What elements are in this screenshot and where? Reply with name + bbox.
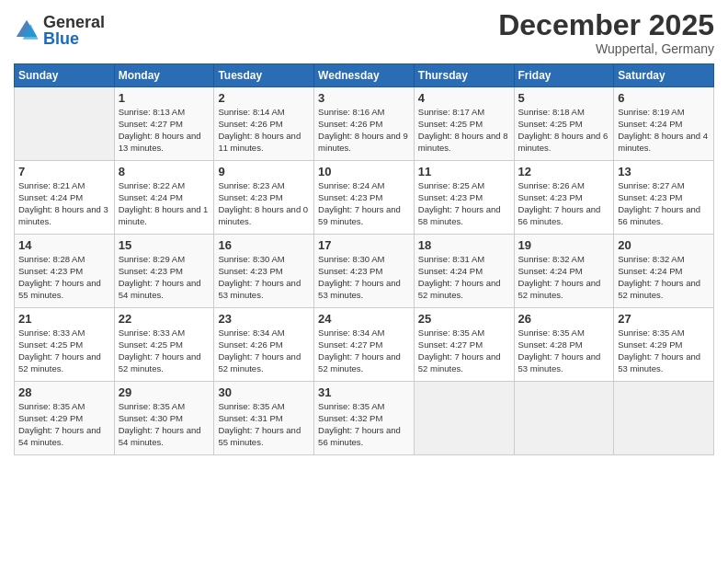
day-detail: Sunrise: 8:30 AMSunset: 4:23 PMDaylight:…	[318, 254, 410, 301]
calendar-cell: 31Sunrise: 8:35 AMSunset: 4:32 PMDayligh…	[314, 382, 415, 455]
calendar-cell: 30Sunrise: 8:35 AMSunset: 4:31 PMDayligh…	[214, 382, 314, 455]
calendar-cell: 26Sunrise: 8:35 AMSunset: 4:28 PMDayligh…	[514, 308, 614, 382]
day-number: 19	[518, 238, 610, 252]
day-detail: Sunrise: 8:32 AMSunset: 4:24 PMDaylight:…	[518, 254, 610, 301]
weekday-header: Monday	[114, 64, 214, 87]
calendar-cell	[614, 382, 714, 455]
day-number: 26	[518, 312, 610, 326]
calendar-cell: 4Sunrise: 8:17 AMSunset: 4:25 PMDaylight…	[414, 87, 514, 161]
day-detail: Sunrise: 8:28 AMSunset: 4:23 PMDaylight:…	[18, 254, 110, 301]
day-detail: Sunrise: 8:19 AMSunset: 4:24 PMDaylight:…	[618, 107, 710, 154]
logo-general: General	[43, 14, 105, 30]
day-number: 5	[518, 91, 610, 105]
day-detail: Sunrise: 8:35 AMSunset: 4:29 PMDaylight:…	[18, 401, 110, 448]
day-detail: Sunrise: 8:35 AMSunset: 4:32 PMDaylight:…	[318, 401, 410, 448]
calendar-cell: 3Sunrise: 8:16 AMSunset: 4:26 PMDaylight…	[314, 87, 415, 161]
day-number: 10	[318, 165, 410, 178]
day-number: 30	[218, 385, 310, 399]
day-number: 12	[518, 165, 610, 178]
calendar-cell: 8Sunrise: 8:22 AMSunset: 4:24 PMDaylight…	[114, 161, 214, 235]
calendar-cell: 11Sunrise: 8:25 AMSunset: 4:23 PMDayligh…	[414, 161, 514, 235]
calendar-cell: 27Sunrise: 8:35 AMSunset: 4:29 PMDayligh…	[614, 308, 714, 382]
day-number: 2	[218, 91, 310, 105]
day-number: 15	[119, 238, 210, 252]
calendar-cell: 15Sunrise: 8:29 AMSunset: 4:23 PMDayligh…	[114, 235, 214, 308]
calendar-cell	[414, 382, 514, 455]
day-detail: Sunrise: 8:35 AMSunset: 4:28 PMDaylight:…	[518, 327, 610, 374]
day-number: 13	[618, 165, 710, 178]
calendar-cell: 28Sunrise: 8:35 AMSunset: 4:29 PMDayligh…	[15, 382, 115, 455]
title-block: December 2025 Wuppertal, Germany	[498, 9, 714, 56]
day-detail: Sunrise: 8:34 AMSunset: 4:26 PMDaylight:…	[218, 327, 310, 374]
calendar-cell: 17Sunrise: 8:30 AMSunset: 4:23 PMDayligh…	[314, 235, 415, 308]
day-detail: Sunrise: 8:26 AMSunset: 4:23 PMDaylight:…	[518, 180, 610, 227]
calendar-cell: 13Sunrise: 8:27 AMSunset: 4:23 PMDayligh…	[614, 161, 714, 235]
day-number: 3	[318, 91, 410, 105]
day-detail: Sunrise: 8:25 AMSunset: 4:23 PMDaylight:…	[418, 180, 510, 227]
calendar-week-row: 28Sunrise: 8:35 AMSunset: 4:29 PMDayligh…	[15, 382, 714, 455]
calendar-cell: 1Sunrise: 8:13 AMSunset: 4:27 PMDaylight…	[114, 87, 214, 161]
calendar-cell: 20Sunrise: 8:32 AMSunset: 4:24 PMDayligh…	[614, 235, 714, 308]
calendar-cell: 10Sunrise: 8:24 AMSunset: 4:23 PMDayligh…	[314, 161, 415, 235]
day-number: 29	[119, 385, 210, 399]
weekday-header: Friday	[514, 64, 614, 87]
day-detail: Sunrise: 8:24 AMSunset: 4:23 PMDaylight:…	[318, 180, 410, 227]
day-number: 31	[318, 385, 410, 399]
calendar-week-row: 21Sunrise: 8:33 AMSunset: 4:25 PMDayligh…	[15, 308, 714, 382]
day-detail: Sunrise: 8:14 AMSunset: 4:26 PMDaylight:…	[218, 107, 310, 154]
calendar-cell	[514, 382, 614, 455]
calendar-cell: 14Sunrise: 8:28 AMSunset: 4:23 PMDayligh…	[15, 235, 115, 308]
day-detail: Sunrise: 8:18 AMSunset: 4:25 PMDaylight:…	[518, 107, 610, 154]
day-number: 28	[18, 385, 110, 399]
day-number: 23	[218, 312, 310, 326]
day-number: 25	[418, 312, 510, 326]
day-number: 20	[618, 238, 710, 252]
calendar-cell	[15, 87, 115, 161]
day-number: 18	[418, 238, 510, 252]
calendar-cell: 12Sunrise: 8:26 AMSunset: 4:23 PMDayligh…	[514, 161, 614, 235]
weekday-header: Sunday	[15, 64, 115, 87]
day-number: 4	[418, 91, 510, 105]
calendar-table: SundayMondayTuesdayWednesdayThursdayFrid…	[14, 63, 714, 455]
day-detail: Sunrise: 8:29 AMSunset: 4:23 PMDaylight:…	[119, 254, 210, 301]
day-detail: Sunrise: 8:33 AMSunset: 4:25 PMDaylight:…	[18, 327, 110, 374]
weekday-header: Wednesday	[314, 64, 415, 87]
day-number: 27	[618, 312, 710, 326]
day-detail: Sunrise: 8:32 AMSunset: 4:24 PMDaylight:…	[618, 254, 710, 301]
page: General Blue December 2025 Wuppertal, Ge…	[0, 0, 728, 563]
day-number: 22	[119, 312, 210, 326]
calendar-week-row: 14Sunrise: 8:28 AMSunset: 4:23 PMDayligh…	[15, 235, 714, 308]
calendar-cell: 6Sunrise: 8:19 AMSunset: 4:24 PMDaylight…	[614, 87, 714, 161]
logo-blue: Blue	[43, 30, 105, 47]
calendar-cell: 25Sunrise: 8:35 AMSunset: 4:27 PMDayligh…	[414, 308, 514, 382]
day-number: 11	[418, 165, 510, 178]
day-number: 24	[318, 312, 410, 326]
day-number: 1	[119, 91, 210, 105]
weekday-header: Thursday	[414, 64, 514, 87]
day-detail: Sunrise: 8:17 AMSunset: 4:25 PMDaylight:…	[418, 107, 510, 154]
calendar-cell: 29Sunrise: 8:35 AMSunset: 4:30 PMDayligh…	[114, 382, 214, 455]
day-number: 16	[218, 238, 310, 252]
day-detail: Sunrise: 8:35 AMSunset: 4:27 PMDaylight:…	[418, 327, 510, 374]
day-detail: Sunrise: 8:30 AMSunset: 4:23 PMDaylight:…	[218, 254, 310, 301]
day-detail: Sunrise: 8:27 AMSunset: 4:23 PMDaylight:…	[618, 180, 710, 227]
month-title: December 2025	[498, 9, 714, 41]
calendar-cell: 18Sunrise: 8:31 AMSunset: 4:24 PMDayligh…	[414, 235, 514, 308]
calendar-cell: 7Sunrise: 8:21 AMSunset: 4:24 PMDaylight…	[15, 161, 115, 235]
calendar-cell: 16Sunrise: 8:30 AMSunset: 4:23 PMDayligh…	[214, 235, 314, 308]
day-detail: Sunrise: 8:34 AMSunset: 4:27 PMDaylight:…	[318, 327, 410, 374]
logo-text: General Blue	[43, 14, 105, 47]
day-number: 7	[18, 165, 110, 178]
day-detail: Sunrise: 8:35 AMSunset: 4:30 PMDaylight:…	[119, 401, 210, 448]
day-detail: Sunrise: 8:13 AMSunset: 4:27 PMDaylight:…	[119, 107, 210, 154]
calendar-cell: 22Sunrise: 8:33 AMSunset: 4:25 PMDayligh…	[114, 308, 214, 382]
day-detail: Sunrise: 8:21 AMSunset: 4:24 PMDaylight:…	[18, 180, 110, 227]
logo-icon	[14, 17, 40, 43]
weekday-header: Saturday	[614, 64, 714, 87]
calendar-cell: 23Sunrise: 8:34 AMSunset: 4:26 PMDayligh…	[214, 308, 314, 382]
day-detail: Sunrise: 8:16 AMSunset: 4:26 PMDaylight:…	[318, 107, 410, 154]
calendar-cell: 19Sunrise: 8:32 AMSunset: 4:24 PMDayligh…	[514, 235, 614, 308]
calendar-cell: 21Sunrise: 8:33 AMSunset: 4:25 PMDayligh…	[15, 308, 115, 382]
day-detail: Sunrise: 8:33 AMSunset: 4:25 PMDaylight:…	[119, 327, 210, 374]
calendar-cell: 5Sunrise: 8:18 AMSunset: 4:25 PMDaylight…	[514, 87, 614, 161]
